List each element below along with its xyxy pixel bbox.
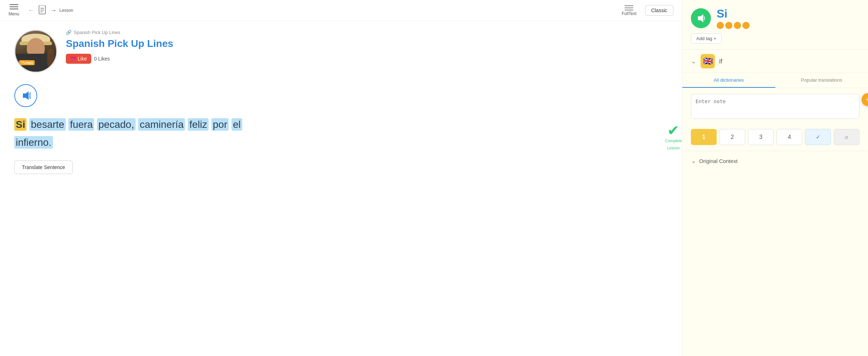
svg-marker-8 xyxy=(698,16,701,20)
word-feliz[interactable]: feliz xyxy=(188,118,209,131)
menu-label: Menu xyxy=(9,11,19,16)
right-panel: + Si Add tag + ⌄ xyxy=(682,0,868,356)
word-card-header: Si xyxy=(691,7,859,29)
coins-row xyxy=(717,22,750,29)
word-caminaria[interactable]: caminería xyxy=(138,118,185,131)
context-chevron: ⌄ xyxy=(691,157,696,165)
word-title: Si xyxy=(717,7,750,20)
word-fuera[interactable]: fuera xyxy=(68,118,94,131)
collapse-chevron[interactable]: ⌄ xyxy=(691,57,696,65)
lesson-label: Lesson xyxy=(59,8,73,13)
tab-popular-translations[interactable]: Popular translations xyxy=(775,73,868,88)
word-si[interactable]: Si xyxy=(14,118,26,131)
complete-lesson-label: CompleteLesson xyxy=(665,138,682,152)
translate-sentence-button[interactable]: Translate Sentence xyxy=(14,160,73,174)
prev-lesson-arrow[interactable]: ← xyxy=(28,7,34,14)
next-lesson-arrow[interactable]: → xyxy=(50,7,57,14)
coin-1 xyxy=(717,22,724,29)
coin-3 xyxy=(734,22,741,29)
original-context-title: Original Context xyxy=(699,158,738,164)
word-pecado[interactable]: pecado, xyxy=(97,118,136,131)
fulltext-icon xyxy=(625,5,633,11)
classic-button[interactable]: Classic xyxy=(645,5,673,16)
breadcrumb-icon: 🔗 xyxy=(66,30,72,35)
speaker-icon xyxy=(21,91,31,101)
status-button-2[interactable]: 2 xyxy=(720,129,745,145)
content-area: ♡LingQ 🔗 Spanish Pick Up Lines Spanish P… xyxy=(0,21,682,356)
hamburger-line-1 xyxy=(10,4,18,5)
note-area xyxy=(682,88,868,126)
sentence-area: Si besarte fuera pecado, caminería feliz… xyxy=(14,116,668,152)
like-button[interactable]: 💗 Like xyxy=(66,54,91,64)
word-audio-button[interactable] xyxy=(691,8,711,28)
word-speaker-icon xyxy=(696,14,706,23)
hamburger-line-2 xyxy=(10,6,18,7)
note-input[interactable] xyxy=(691,94,859,119)
lesson-nav: ← → Lesson xyxy=(28,5,73,16)
checkmark-icon: ✔ xyxy=(667,123,679,138)
menu-button[interactable]: Menu xyxy=(9,4,19,16)
word-card: Si Add tag + xyxy=(682,0,868,49)
complete-lesson-button[interactable]: ✔ CompleteLesson xyxy=(665,123,682,152)
svg-marker-7 xyxy=(23,91,29,100)
top-nav: Menu ← → Lesson FullText xyxy=(0,0,682,21)
fulltext-button[interactable]: FullText xyxy=(622,5,637,16)
likes-count: 0 Likes xyxy=(94,56,110,62)
status-row: 1 2 3 4 ✓ ⌀ xyxy=(682,126,868,151)
like-label: Like xyxy=(78,56,87,62)
original-context-header[interactable]: ⌄ Original Context xyxy=(691,157,859,165)
translation-row: ⌄ 🇬🇧 if xyxy=(682,49,868,73)
lesson-avatar: ♡LingQ xyxy=(14,30,57,73)
status-button-1[interactable]: 1 xyxy=(691,129,717,145)
like-icon: 💗 xyxy=(70,56,76,62)
translation-word: if xyxy=(719,58,722,65)
dict-tabs: All dictionaries Popular translations xyxy=(682,73,868,88)
tab-all-dictionaries[interactable]: All dictionaries xyxy=(682,73,775,88)
coin-4 xyxy=(742,22,750,29)
lesson-icon xyxy=(37,5,47,16)
lesson-info: 🔗 Spanish Pick Up Lines Spanish Pick Up … xyxy=(66,30,668,64)
hamburger-line-3 xyxy=(10,9,18,9)
word-por[interactable]: por xyxy=(211,118,229,131)
word-infierno[interactable]: infierno. xyxy=(14,136,53,149)
lesson-likes: 💗 Like 0 Likes xyxy=(66,54,668,64)
svg-rect-0 xyxy=(39,5,45,14)
word-besarte[interactable]: besarte xyxy=(29,118,65,131)
svg-marker-9 xyxy=(701,14,703,22)
flag-icon: 🇬🇧 xyxy=(701,54,715,68)
lesson-title: Spanish Pick Up Lines xyxy=(66,38,668,49)
coin-2 xyxy=(725,22,732,29)
status-button-ignore[interactable]: ⌀ xyxy=(834,129,859,145)
document-icon xyxy=(38,5,46,15)
status-button-known[interactable]: ✓ xyxy=(805,129,831,145)
left-panel: Menu ← → Lesson FullText xyxy=(0,0,682,356)
audio-play-button[interactable] xyxy=(14,84,37,107)
original-context-section: ⌄ Original Context xyxy=(682,151,868,170)
add-tag-button[interactable]: Add tag + xyxy=(691,33,722,44)
status-button-3[interactable]: 3 xyxy=(748,129,774,145)
lesson-header: ♡LingQ 🔗 Spanish Pick Up Lines Spanish P… xyxy=(14,30,668,73)
word-el[interactable]: el xyxy=(231,118,242,131)
fulltext-label: FullText xyxy=(622,11,637,16)
breadcrumb: 🔗 Spanish Pick Up Lines xyxy=(66,30,668,35)
breadcrumb-text: Spanish Pick Up Lines xyxy=(74,30,120,35)
word-info: Si xyxy=(717,7,750,29)
status-button-4[interactable]: 4 xyxy=(776,129,802,145)
